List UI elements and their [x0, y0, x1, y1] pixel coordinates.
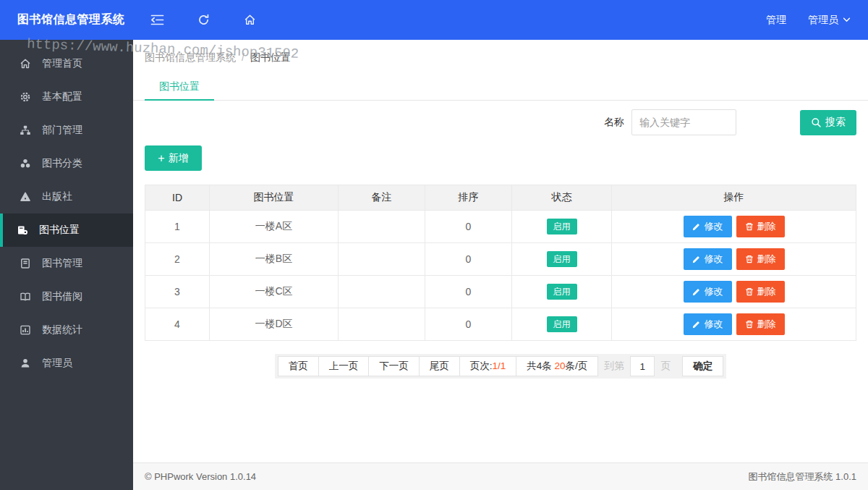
sidebar-item-home[interactable]: 管理首页: [0, 47, 133, 80]
status-badge: 启用: [547, 316, 577, 332]
breadcrumb: 图书馆信息管理系统/图书位置: [133, 40, 868, 64]
cell-actions: 修改 删除: [612, 243, 856, 276]
gear-icon: [19, 90, 32, 104]
book-location-table: ID 图书位置 备注 排序 状态 操作 1 一楼A区 0 启用: [145, 185, 856, 341]
pencil-icon: [692, 222, 701, 231]
delete-button[interactable]: 删除: [736, 216, 785, 237]
sidebar-item-label: 基本配置: [42, 90, 82, 104]
jump-unit: 页: [660, 360, 671, 373]
pencil-icon: [692, 320, 701, 329]
sidebar-item-label: 管理员: [42, 357, 72, 370]
sidebar-item-publisher[interactable]: 出版社: [0, 180, 133, 214]
delete-button[interactable]: 删除: [736, 281, 785, 303]
cell-id: 4: [145, 308, 210, 341]
user-menu[interactable]: 管理员: [808, 14, 851, 27]
sidebar-item-book-borrow[interactable]: 图书借阅: [0, 280, 133, 313]
cell-actions: 修改 删除: [612, 276, 856, 308]
menu-collapse-icon[interactable]: [143, 7, 171, 34]
sidebar-item-department[interactable]: 部门管理: [0, 114, 133, 147]
cell-location: 一楼D区: [210, 308, 339, 341]
edit-button[interactable]: 修改: [684, 248, 732, 270]
cell-sort: 0: [425, 308, 512, 341]
sidebar-item-label: 图书位置: [39, 224, 80, 237]
breadcrumb-root[interactable]: 图书馆信息管理系统: [145, 51, 236, 63]
page-next[interactable]: 下一页: [368, 356, 420, 376]
breadcrumb-current: 图书位置: [250, 51, 291, 63]
cell-location: 一楼C区: [210, 276, 339, 308]
delete-button[interactable]: 删除: [736, 313, 785, 335]
cell-sort: 0: [425, 211, 512, 243]
tab-bar: 图书位置: [133, 72, 868, 101]
col-status: 状态: [512, 185, 612, 211]
confirm-button[interactable]: 确定: [682, 356, 723, 376]
publisher-icon: [19, 190, 32, 203]
tab-book-location[interactable]: 图书位置: [145, 72, 214, 101]
cell-status: 启用: [512, 243, 612, 276]
footer: © PHPwork Version 1.0.14 图书馆信息管理系统 1.0.1: [133, 462, 868, 490]
sidebar-item-admin[interactable]: 管理员: [0, 347, 133, 380]
plus-icon: +: [158, 153, 164, 164]
page-prev[interactable]: 上一页: [318, 356, 370, 376]
page-last[interactable]: 尾页: [419, 356, 460, 376]
cell-location: 一楼A区: [210, 211, 339, 243]
col-id: ID: [145, 185, 210, 211]
pagination: 首页 上一页 下一页 尾页 页次:1/1 共4条 20条/页 到第 页 确定: [133, 354, 868, 379]
footer-version: © PHPwork Version 1.0.14: [145, 471, 256, 482]
cell-note: [339, 276, 425, 308]
sidebar-item-label: 部门管理: [42, 124, 82, 137]
cell-location: 一楼B区: [210, 243, 339, 276]
cell-actions: 修改 删除: [612, 308, 856, 341]
footer-app-name: 图书馆信息管理系统 1.0.1: [748, 470, 856, 483]
search-row: 名称 搜索: [133, 101, 868, 135]
sidebar: 管理首页 基本配置 部门管理 图书分类 出版社: [0, 40, 133, 490]
top-header: 图书馆信息管理系统 管理 管理员: [0, 0, 868, 40]
cell-id: 1: [145, 211, 210, 243]
jump-label: 到第: [604, 360, 624, 373]
chart-icon: [19, 324, 32, 337]
table-row: 1 一楼A区 0 启用 修改: [145, 211, 856, 243]
col-note: 备注: [339, 185, 425, 211]
manage-link[interactable]: 管理: [766, 14, 786, 27]
app-title: 图书馆信息管理系统: [0, 12, 133, 28]
status-badge: 启用: [547, 219, 577, 235]
pencil-icon: [692, 255, 701, 263]
jump-page-input[interactable]: [630, 356, 655, 376]
delete-button[interactable]: 删除: [736, 248, 785, 270]
edit-button[interactable]: 修改: [684, 281, 732, 303]
cell-id: 3: [145, 276, 210, 308]
search-button[interactable]: 搜索: [800, 110, 856, 135]
home-icon: [19, 57, 32, 70]
sidebar-item-book-location[interactable]: 图书位置: [0, 214, 133, 247]
search-icon: [811, 117, 822, 128]
book-icon: [19, 257, 32, 270]
cell-sort: 0: [425, 276, 512, 308]
sidebar-item-book-category[interactable]: 图书分类: [0, 147, 133, 180]
page-total: 共4条 20条/页: [516, 356, 598, 376]
sidebar-item-config[interactable]: 基本配置: [0, 80, 133, 114]
sidebar-item-label: 数据统计: [42, 324, 82, 337]
table-header-row: ID 图书位置 备注 排序 状态 操作: [145, 185, 856, 211]
refresh-icon[interactable]: [190, 7, 217, 34]
edit-button[interactable]: 修改: [684, 216, 732, 237]
search-input[interactable]: [631, 109, 736, 135]
table-body: 1 一楼A区 0 启用 修改: [145, 211, 856, 341]
add-button[interactable]: + 新增: [145, 145, 202, 171]
home-icon[interactable]: [236, 7, 263, 34]
page-info: 页次:1/1: [459, 356, 517, 376]
col-location: 图书位置: [210, 185, 339, 211]
edit-button[interactable]: 修改: [684, 313, 732, 335]
page-first[interactable]: 首页: [278, 356, 319, 376]
trash-icon: [745, 255, 754, 263]
cell-status: 启用: [512, 211, 612, 243]
sidebar-item-label: 出版社: [42, 190, 72, 203]
trash-icon: [745, 320, 754, 329]
sidebar-item-statistics[interactable]: 数据统计: [0, 313, 133, 347]
status-badge: 启用: [547, 251, 577, 267]
open-book-icon: [19, 290, 32, 303]
cell-status: 启用: [512, 276, 612, 308]
toolbar: + 新增: [133, 135, 868, 171]
sidebar-item-book-manage[interactable]: 图书管理: [0, 247, 133, 280]
trash-icon: [745, 222, 754, 231]
location-icon: [16, 224, 29, 237]
sidebar-item-label: 图书管理: [42, 257, 82, 270]
